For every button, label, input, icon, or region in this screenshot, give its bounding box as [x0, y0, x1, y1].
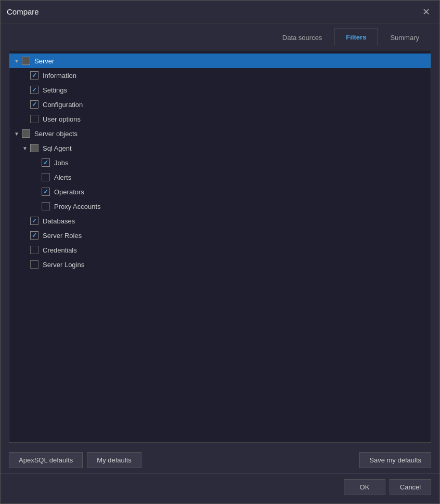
my-defaults-button[interactable]: My defaults	[87, 452, 141, 468]
label-server: Server	[34, 57, 54, 65]
tree-item-server-objects[interactable]: Server objects	[9, 126, 431, 141]
checkbox-server-objects[interactable]	[22, 129, 30, 138]
label-databases: Databases	[43, 217, 75, 225]
tree-content: Server Information Settings Configuratio…	[9, 50, 431, 443]
tree-item-user-options[interactable]: User options	[9, 112, 431, 126]
checkbox-user-options[interactable]	[30, 115, 38, 123]
dialog-title: Compare	[7, 7, 39, 16]
label-alerts: Alerts	[54, 174, 71, 181]
label-operators: Operators	[54, 188, 84, 196]
compare-dialog: Compare ✕ Data sources Filters Summary S…	[0, 0, 440, 504]
save-my-defaults-button[interactable]: Save my defaults	[359, 452, 431, 468]
arrow-sql-agent	[21, 144, 29, 152]
tree-item-proxy-accounts[interactable]: Proxy Accounts	[9, 199, 431, 214]
tree-item-server-logins[interactable]: Server Logins	[9, 257, 431, 272]
checkbox-credentials[interactable]	[30, 246, 38, 254]
checkbox-sql-agent[interactable]	[30, 144, 38, 152]
checkbox-alerts[interactable]	[42, 173, 50, 181]
cancel-button[interactable]: Cancel	[390, 479, 431, 495]
checkbox-server-roles[interactable]	[30, 231, 38, 240]
footer: OK Cancel	[1, 473, 439, 503]
apexsql-defaults-button[interactable]: ApexSQL defaults	[9, 452, 83, 468]
tab-bar: Data sources Filters Summary	[1, 23, 439, 46]
title-bar: Compare ✕	[1, 1, 439, 23]
checkbox-server-logins[interactable]	[30, 260, 38, 269]
label-information: Information	[43, 72, 76, 79]
label-server-roles: Server Roles	[43, 232, 82, 240]
tree-item-credentials[interactable]: Credentials	[9, 243, 431, 257]
tab-data-sources[interactable]: Data sources	[270, 29, 334, 46]
label-server-logins: Server Logins	[43, 261, 84, 269]
checkbox-proxy-accounts[interactable]	[42, 202, 50, 210]
checkbox-configuration[interactable]	[30, 100, 38, 109]
checkbox-jobs[interactable]	[42, 158, 50, 167]
tree-item-server-roles[interactable]: Server Roles	[9, 228, 431, 243]
tree-item-alerts[interactable]: Alerts	[9, 170, 431, 184]
label-user-options: User options	[43, 115, 81, 123]
label-server-objects: Server objects	[34, 130, 77, 138]
checkbox-settings[interactable]	[30, 86, 38, 94]
ok-button[interactable]: OK	[344, 479, 385, 495]
close-button[interactable]: ✕	[419, 6, 433, 18]
tab-summary[interactable]: Summary	[378, 29, 431, 46]
tree-item-configuration[interactable]: Configuration	[9, 97, 431, 112]
label-credentials: Credentials	[43, 246, 77, 254]
tree-item-information[interactable]: Information	[9, 68, 431, 83]
arrow-server	[12, 57, 21, 65]
checkbox-databases[interactable]	[30, 217, 38, 225]
defaults-buttons: ApexSQL defaults My defaults	[9, 452, 141, 468]
tree-item-jobs[interactable]: Jobs	[9, 155, 431, 170]
tree-item-sql-agent[interactable]: Sql Agent	[9, 141, 431, 155]
label-settings: Settings	[43, 86, 67, 94]
label-proxy-accounts: Proxy Accounts	[54, 203, 101, 210]
tree-item-server[interactable]: Server	[9, 54, 431, 68]
arrow-server-objects	[12, 129, 21, 138]
checkbox-server[interactable]	[22, 57, 30, 65]
label-jobs: Jobs	[54, 159, 68, 167]
bottom-bar: ApexSQL defaults My defaults Save my def…	[1, 447, 439, 473]
tab-filters[interactable]: Filters	[334, 29, 378, 46]
tree-item-operators[interactable]: Operators	[9, 184, 431, 199]
checkbox-information[interactable]	[30, 71, 38, 79]
tree-item-settings[interactable]: Settings	[9, 83, 431, 97]
checkbox-operators[interactable]	[42, 188, 50, 196]
tree-item-databases[interactable]: Databases	[9, 214, 431, 228]
label-configuration: Configuration	[43, 101, 83, 109]
label-sql-agent: Sql Agent	[43, 144, 72, 152]
